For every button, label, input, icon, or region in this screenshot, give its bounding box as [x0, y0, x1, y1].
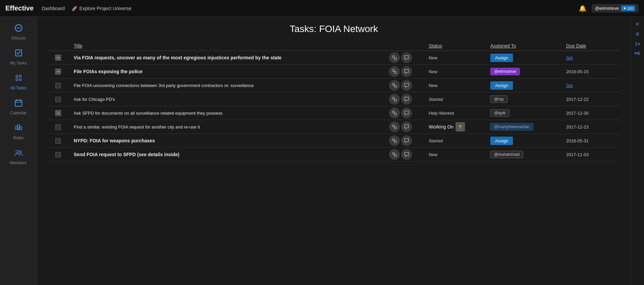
task-comment-icon[interactable] [401, 108, 412, 118]
action-icons-cell [386, 92, 426, 106]
action-icons-cell [386, 106, 426, 120]
assign-button[interactable]: Assign [490, 54, 513, 62]
svg-line-41 [394, 154, 395, 155]
dashboard-link[interactable]: Dashboard [42, 6, 65, 11]
header-checkbox-col [47, 41, 71, 51]
due-date-cell: 2017-12-22 [564, 92, 620, 106]
collapse-button[interactable]: − [55, 110, 61, 116]
right-panel: « ≡ 1≡ •≡ [630, 17, 644, 285]
due-date-value: 2017-12-23 [566, 124, 589, 130]
task-checkbox[interactable] [55, 152, 61, 158]
task-link-icon[interactable] [389, 94, 400, 105]
table-row: Ask for Chicago PD's [47, 92, 620, 106]
explore-link[interactable]: 🚀 Explore Project Universe [72, 6, 131, 11]
assignee-tag[interactable]: @muhammad [490, 151, 523, 158]
task-title-text: Via FOIA requests, uncover as many of th… [74, 55, 281, 60]
task-comment-icon[interactable] [401, 94, 412, 105]
svg-point-1 [17, 28, 18, 29]
action-icons-cell [386, 148, 426, 162]
svg-line-26 [394, 85, 395, 86]
assigned-cell: @elimisteve [488, 65, 564, 79]
task-checkbox[interactable] [55, 124, 61, 130]
svg-rect-15 [19, 127, 22, 130]
task-checkbox[interactable] [55, 97, 61, 102]
status-label: Working On [429, 124, 454, 130]
due-date-cell: 2018-05-15 [564, 65, 620, 79]
assigned-cell: @martytheemartian [488, 120, 564, 134]
sidebar-item-discuss[interactable]: Discuss [0, 20, 37, 44]
svg-point-6 [19, 75, 21, 77]
task-checkbox[interactable] [55, 138, 61, 144]
task-link-icon[interactable] [389, 135, 400, 146]
due-date-set[interactable]: Set [566, 83, 573, 88]
assign-button[interactable]: Assign [490, 137, 513, 145]
header-due-date: Due Date [564, 41, 620, 51]
svg-point-27 [392, 97, 394, 99]
svg-point-39 [392, 152, 394, 154]
status-cell: Started [426, 92, 487, 106]
star-rating-badge: ★ 160 [621, 5, 635, 11]
user-badge[interactable]: @elimisteve ★ 160 [592, 4, 639, 12]
svg-point-33 [392, 125, 394, 127]
table-row: − Ask SFPD for documents on all surveill… [47, 106, 620, 120]
task-comment-icon[interactable] [401, 66, 412, 77]
header-icons-col [386, 41, 426, 51]
svg-point-7 [16, 79, 18, 81]
list-icon[interactable]: ≡ [636, 31, 639, 38]
svg-line-32 [394, 113, 395, 114]
task-link-icon[interactable] [389, 80, 400, 91]
svg-point-16 [16, 150, 19, 153]
notification-bell-icon[interactable]: 🔔 [579, 5, 586, 12]
assignee-tag[interactable]: @martytheemartian [490, 123, 534, 131]
task-comment-icon[interactable] [401, 80, 412, 91]
status-cell: Help Wanted [426, 106, 487, 120]
svg-line-20 [394, 58, 395, 58]
sidebar-item-roles[interactable]: Roles [0, 120, 37, 144]
collapse-cell [47, 148, 71, 162]
collapse-button[interactable]: − [55, 55, 61, 61]
assign-button[interactable]: Assign [490, 81, 513, 90]
collapse-panel-icon[interactable]: « [636, 20, 639, 27]
username-label: @elimisteve [595, 6, 619, 11]
status-cell: New [426, 65, 487, 79]
collapse-button[interactable]: − [55, 68, 61, 75]
numbered-list-icon[interactable]: 1≡ [635, 41, 640, 47]
status-label: Started [429, 97, 443, 102]
svg-line-38 [394, 141, 395, 141]
task-comment-icon[interactable] [401, 135, 412, 146]
task-link-icon[interactable] [389, 121, 400, 132]
action-icons-cell [386, 65, 426, 79]
action-icons-cell [386, 134, 426, 148]
assigned-cell: @ray [488, 92, 564, 106]
status-label: New [429, 152, 437, 157]
sidebar-item-my-tasks[interactable]: My Tasks [0, 45, 37, 69]
task-checkbox[interactable] [55, 83, 61, 88]
task-link-icon[interactable] [389, 52, 400, 63]
due-date-value: 2017-11-03 [566, 152, 589, 157]
assignee-tag[interactable]: @elimisteve [490, 68, 520, 75]
task-link-icon[interactable] [389, 108, 400, 118]
task-link-icon[interactable] [389, 66, 400, 77]
sidebar-item-members[interactable]: Members [0, 145, 37, 169]
svg-point-5 [16, 75, 18, 77]
assignee-tag[interactable]: @ajvb [490, 109, 509, 117]
assigned-cell: @muhammad [488, 148, 564, 162]
table-row: − File FOIAs exposing the police [47, 65, 620, 79]
task-comment-icon[interactable] [401, 149, 412, 160]
task-table: Title Status Assigned To Due Date − Via … [47, 41, 620, 162]
task-link-icon[interactable] [389, 149, 400, 160]
task-title-cell: Find a similar, existing FOIA request fo… [71, 120, 386, 134]
sidebar-item-all-tasks[interactable]: All Tasks [0, 70, 37, 94]
task-comment-icon[interactable] [401, 52, 412, 63]
status-cell: New [426, 79, 487, 92]
sidebar-item-calendar[interactable]: Calendar [0, 95, 37, 119]
sidebar-label-calendar: Calendar [10, 111, 27, 115]
bullet-list-icon[interactable]: •≡ [635, 50, 640, 57]
task-comment-icon[interactable] [401, 121, 412, 132]
svg-point-30 [392, 111, 394, 113]
roles-icon [14, 123, 23, 134]
status-cell: Working On 🏃 [429, 122, 485, 132]
assignee-tag[interactable]: @ray [490, 95, 508, 103]
table-row: NYPD: FOIA for weapons purchases [47, 134, 620, 148]
due-date-set[interactable]: Set [566, 55, 573, 60]
